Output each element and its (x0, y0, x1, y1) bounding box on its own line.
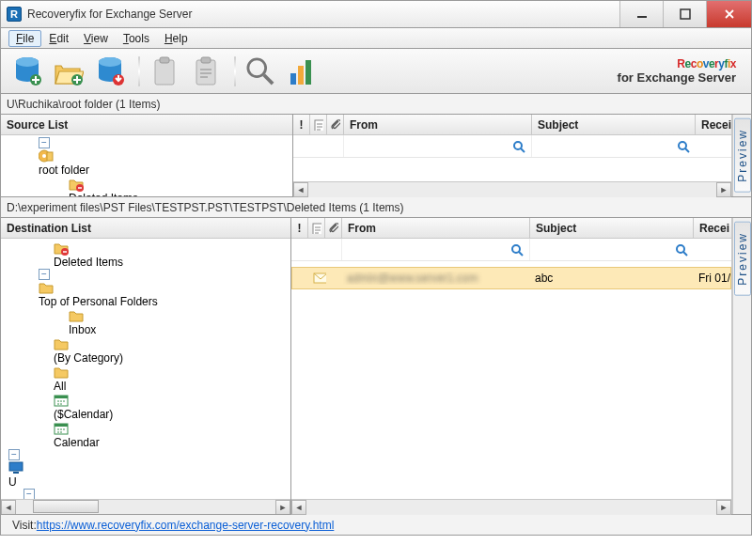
tree-node[interactable]: Deleted Items (69, 192, 138, 196)
tool-report[interactable] (283, 53, 321, 90)
menu-tools[interactable]: Tools (116, 30, 157, 47)
close-button[interactable] (706, 1, 751, 27)
folder-icon (54, 336, 69, 351)
root-folder-icon (39, 148, 54, 163)
scroll-right-icon[interactable]: ► (275, 500, 290, 515)
search-from[interactable] (344, 135, 532, 157)
dest-search-row (291, 239, 731, 261)
dest-preview-tab[interactable]: Preview (732, 218, 751, 514)
window-titlebar: R Recoveryfix for Exchange Server (0, 0, 752, 28)
status-bar: Visit: https://www.recoveryfix.com/excha… (0, 515, 752, 536)
source-search-row (293, 135, 731, 158)
source-message-list[interactable] (293, 158, 731, 181)
col-from[interactable]: From (342, 218, 530, 238)
col-subject[interactable]: Subject (532, 115, 696, 134)
col-received[interactable]: Recei (694, 218, 731, 238)
dest-list-header: Destination List (1, 218, 290, 239)
source-preview-tab[interactable]: Preview (732, 115, 751, 196)
message-subject: abc (531, 272, 695, 285)
tool-add-source[interactable] (8, 53, 46, 90)
folder-icon (39, 280, 54, 295)
source-pane: Source List −root folder Deleted Items I… (0, 115, 752, 197)
tree-node[interactable]: All (54, 380, 66, 393)
menu-help[interactable]: Help (157, 30, 196, 47)
mail-icon (309, 271, 326, 286)
expand-icon[interactable]: − (8, 449, 20, 460)
calendar-icon (54, 421, 69, 436)
tree-node[interactable]: Deleted Items (54, 256, 123, 269)
expand-icon[interactable]: − (24, 489, 35, 499)
col-received[interactable]: Recei (696, 115, 731, 134)
tool-search[interactable] (242, 53, 279, 90)
scroll-left-icon[interactable]: ◄ (293, 182, 308, 197)
col-subject[interactable]: Subject (530, 218, 694, 238)
status-link[interactable]: https://www.recoveryfix.com/exchange-ser… (37, 519, 335, 532)
destination-pane: Destination List Deleted Items −Top of P… (0, 218, 752, 515)
dest-message-list[interactable]: admin@www.server1.com abc Fri 01/ (291, 261, 731, 499)
tree-node[interactable]: Calendar (54, 436, 100, 449)
col-flag[interactable]: ! (291, 218, 308, 238)
message-received: Fri 01/ (695, 272, 730, 285)
expand-icon[interactable]: − (39, 137, 50, 148)
folder-icon (54, 365, 69, 380)
svg-rect-18 (681, 9, 690, 19)
dest-path-bar: D:\experiment files\PST Files\TESTPST.PS… (0, 197, 752, 218)
dest-tree[interactable]: Deleted Items −Top of Personal Folders I… (1, 239, 290, 499)
menu-view[interactable]: View (76, 30, 116, 47)
menu-edit[interactable]: Edit (41, 30, 76, 47)
deleted-folder-icon (54, 241, 69, 256)
col-attachment-icon[interactable] (327, 115, 344, 134)
source-columns: ! From Subject Recei (293, 115, 731, 135)
tool-paste[interactable] (187, 53, 225, 90)
scroll-right-icon[interactable]: ► (716, 500, 731, 515)
brand-sub: for Exchange Server (618, 70, 736, 85)
scroll-left-icon[interactable]: ◄ (1, 500, 16, 515)
tree-node[interactable]: Top of Personal Folders (39, 295, 158, 308)
tree-node[interactable]: Inbox (69, 323, 96, 336)
svg-point-22 (248, 58, 266, 76)
tool-open-folder[interactable] (50, 53, 87, 90)
toolbar-separator (138, 56, 140, 86)
status-label: Visit: (12, 519, 37, 532)
scroll-right-icon[interactable]: ► (716, 182, 731, 197)
tool-copy[interactable] (146, 53, 183, 90)
col-type-icon[interactable] (310, 115, 327, 134)
search-subject[interactable] (530, 239, 694, 260)
source-tree[interactable]: −root folder Deleted Items Inbox Outbox (1, 135, 292, 196)
col-from[interactable]: From (344, 115, 532, 134)
toolbar-separator (234, 56, 236, 86)
source-list-header: Source List (1, 115, 292, 135)
dest-hscroll[interactable]: ◄► (291, 499, 731, 514)
tree-node[interactable]: (By Category) (54, 351, 123, 365)
dest-columns: ! From Subject Recei (291, 218, 731, 239)
folder-icon (69, 308, 84, 323)
menu-file[interactable]: File (8, 30, 41, 47)
calendar-icon (54, 393, 69, 408)
message-from: admin@www.server1.com (343, 272, 531, 285)
tree-node-root[interactable]: root folder (39, 163, 89, 177)
search-from[interactable] (342, 239, 530, 260)
col-flag[interactable]: ! (293, 115, 310, 134)
maximize-button[interactable] (663, 1, 706, 27)
source-hscroll[interactable]: ◄► (293, 181, 731, 196)
search-subject[interactable] (532, 135, 696, 157)
source-path-bar: U\Ruchika\root folder (1 Items) (0, 94, 752, 115)
minimize-button[interactable] (619, 1, 663, 27)
toolbar: Recoveryfix for Exchange Server (0, 49, 752, 94)
message-row[interactable]: admin@www.server1.com abc Fri 01/ (291, 267, 731, 289)
window-title: Recoveryfix for Exchange Server (27, 8, 619, 21)
col-attachment-icon[interactable] (325, 218, 342, 238)
menubar: File Edit View Tools Help (0, 28, 752, 49)
monitor-icon (8, 460, 24, 475)
tree-node[interactable]: ($Calendar) (54, 408, 113, 421)
col-type-icon[interactable] (308, 218, 325, 238)
app-icon: R (7, 7, 22, 22)
tool-save-source[interactable] (91, 53, 129, 90)
tree-node[interactable]: U (8, 475, 17, 489)
expand-icon[interactable]: − (39, 269, 50, 280)
scroll-left-icon[interactable]: ◄ (291, 500, 306, 515)
dest-tree-hscroll[interactable]: ◄ ► (1, 499, 290, 514)
brand-logo: Recoveryfix for Exchange Server (618, 57, 744, 85)
deleted-folder-icon (69, 177, 84, 192)
